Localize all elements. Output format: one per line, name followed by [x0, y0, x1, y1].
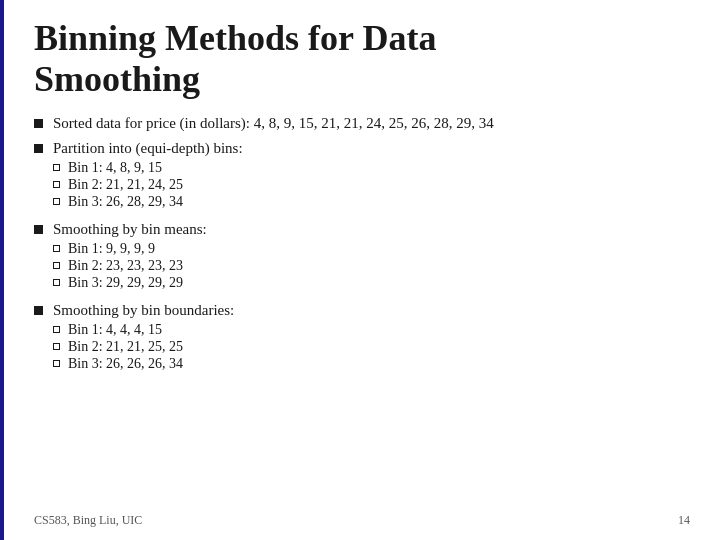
footer-left: CS583, Bing Liu, UIC — [34, 513, 142, 528]
bullet-square — [34, 306, 43, 315]
item-heading-smoothing-boundaries: Smoothing by bin boundaries: — [53, 302, 234, 318]
item-heading-smoothing-means: Smoothing by bin means: — [53, 221, 207, 237]
item-text-sorted-data: Sorted data for price (in dollars): 4, 8… — [53, 115, 494, 132]
sub-list-partition: Bin 1: 4, 8, 9, 15Bin 2: 21, 21, 24, 25B… — [53, 160, 243, 210]
title-line1: Binning Methods for Data — [34, 18, 436, 58]
main-list-item-sorted-data: Sorted data for price (in dollars): 4, 8… — [34, 115, 690, 132]
main-list: Sorted data for price (in dollars): 4, 8… — [34, 115, 690, 375]
bullet-square — [34, 119, 43, 128]
list-item: Bin 1: 4, 4, 4, 15 — [53, 322, 234, 338]
list-item: Bin 3: 29, 29, 29, 29 — [53, 275, 207, 291]
footer: CS583, Bing Liu, UIC 14 — [34, 513, 690, 528]
item-text-smoothing-means: Smoothing by bin means:Bin 1: 9, 9, 9, 9… — [53, 221, 207, 294]
sub-item-text: Bin 3: 29, 29, 29, 29 — [68, 275, 183, 291]
list-item: Bin 2: 21, 21, 24, 25 — [53, 177, 243, 193]
slide: Binning Methods for Data Smoothing Sorte… — [0, 0, 720, 540]
list-item: Bin 2: 23, 23, 23, 23 — [53, 258, 207, 274]
bullet-square — [34, 225, 43, 234]
sub-item-text: Bin 2: 23, 23, 23, 23 — [68, 258, 183, 274]
sub-bullet — [53, 279, 60, 286]
list-item: Bin 2: 21, 21, 25, 25 — [53, 339, 234, 355]
sub-list-smoothing-means: Bin 1: 9, 9, 9, 9Bin 2: 23, 23, 23, 23Bi… — [53, 241, 207, 291]
sub-item-text: Bin 1: 9, 9, 9, 9 — [68, 241, 155, 257]
title-line2: Smoothing — [34, 59, 200, 99]
sub-bullet — [53, 326, 60, 333]
sub-bullet — [53, 245, 60, 252]
main-list-item-smoothing-means: Smoothing by bin means:Bin 1: 9, 9, 9, 9… — [34, 221, 690, 294]
sub-item-text: Bin 1: 4, 8, 9, 15 — [68, 160, 162, 176]
sub-item-text: Bin 2: 21, 21, 24, 25 — [68, 177, 183, 193]
list-item: Bin 1: 4, 8, 9, 15 — [53, 160, 243, 176]
list-item: Bin 3: 26, 28, 29, 34 — [53, 194, 243, 210]
sub-bullet — [53, 360, 60, 367]
slide-title: Binning Methods for Data Smoothing — [34, 18, 690, 101]
main-list-item-smoothing-boundaries: Smoothing by bin boundaries:Bin 1: 4, 4,… — [34, 302, 690, 375]
sub-bullet — [53, 262, 60, 269]
sub-bullet — [53, 198, 60, 205]
list-item: Bin 3: 26, 26, 26, 34 — [53, 356, 234, 372]
sub-item-text: Bin 1: 4, 4, 4, 15 — [68, 322, 162, 338]
sub-item-text: Bin 3: 26, 28, 29, 34 — [68, 194, 183, 210]
main-list-item-partition: Partition into (equi-depth) bins:Bin 1: … — [34, 140, 690, 213]
item-heading-sorted-data: Sorted data for price (in dollars): 4, 8… — [53, 115, 494, 131]
bullet-square — [34, 144, 43, 153]
sub-item-text: Bin 2: 21, 21, 25, 25 — [68, 339, 183, 355]
item-text-partition: Partition into (equi-depth) bins:Bin 1: … — [53, 140, 243, 213]
footer-right: 14 — [678, 513, 690, 528]
item-text-smoothing-boundaries: Smoothing by bin boundaries:Bin 1: 4, 4,… — [53, 302, 234, 375]
list-item: Bin 1: 9, 9, 9, 9 — [53, 241, 207, 257]
sub-bullet — [53, 343, 60, 350]
sub-bullet — [53, 164, 60, 171]
sub-item-text: Bin 3: 26, 26, 26, 34 — [68, 356, 183, 372]
sub-bullet — [53, 181, 60, 188]
item-heading-partition: Partition into (equi-depth) bins: — [53, 140, 243, 156]
sub-list-smoothing-boundaries: Bin 1: 4, 4, 4, 15Bin 2: 21, 21, 25, 25B… — [53, 322, 234, 372]
